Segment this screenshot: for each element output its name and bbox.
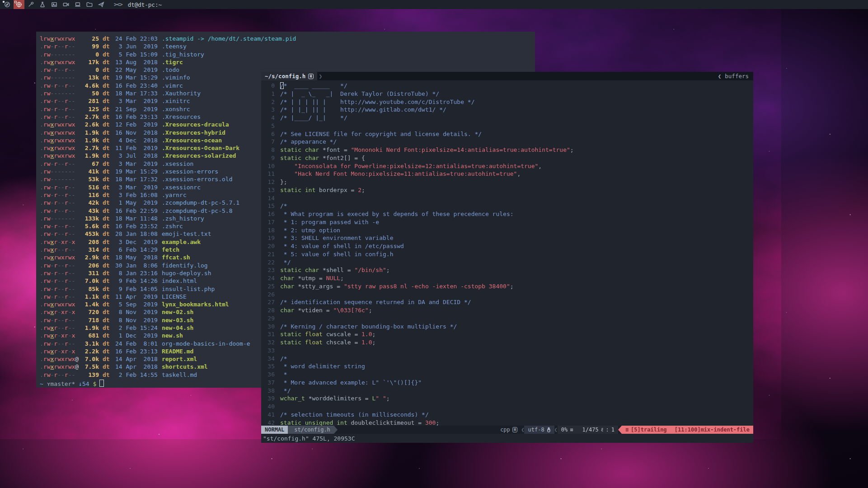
tag-image-icon[interactable] (49, 0, 60, 9)
code-line: 32static float chscale = 1.0; (261, 339, 753, 347)
tab-title: ~/s/config.h (265, 73, 305, 80)
buffers-sep-icon: ❮ (718, 73, 722, 80)
code-line: 4/* |____/ |_| */ (261, 114, 753, 122)
code-line: 13static int borderpx = 2; (261, 187, 753, 195)
code-line: 27/* identification sequence returned in… (261, 299, 753, 307)
code-line: 26 (261, 291, 753, 299)
editor-tabbar: ~/s/config.h H ❯ ❮ buffers (261, 72, 753, 80)
prompt-path: ~ (40, 380, 43, 387)
tag-target-icon[interactable] (14, 0, 24, 9)
buffers-label[interactable]: buffers (725, 73, 749, 80)
mode-indicator: NORMAL (261, 426, 288, 434)
file-row: .rwxrwxrwx17kdt13 Aug 2018.tigrc (40, 59, 535, 66)
scroll-percent: 0% (561, 427, 568, 433)
mixed-indent-warning: [11:100]mix-indent-file (675, 427, 750, 433)
code-line: 18 * 2: utmp option (261, 227, 753, 235)
tag-send-icon[interactable] (96, 0, 107, 9)
tag-laptop-icon[interactable] (72, 0, 83, 9)
powerline-arrow-icon (334, 426, 338, 434)
vim-command-line: "st/config.h" 475L, 20953C (261, 434, 753, 443)
code-line: 38 */ (261, 387, 753, 395)
code-line: 9static char *font2[] = { (261, 155, 753, 163)
linux-penguin-icon (547, 427, 551, 432)
code-area[interactable]: 0/* ____ _____ */1/* | _ \_ _| Derek Tay… (261, 80, 753, 426)
modified-icon: H (308, 74, 313, 79)
code-line: 5 (261, 122, 753, 131)
code-line: 23static char *shell = "/bin/sh"; (261, 267, 753, 275)
tag-dropper-icon[interactable] (25, 0, 36, 9)
code-line: 21 * 5: value of shell in config.h (261, 251, 753, 259)
code-line: 17 * 1: program passed with -e (261, 219, 753, 227)
code-line: 0/* ____ _____ */ (261, 82, 753, 90)
editor-window[interactable]: ~/s/config.h H ❯ ❮ buffers 0/* ____ ____… (261, 72, 753, 443)
position-segment: 0% ≡ 1/475 ℓ : 1 (558, 426, 618, 434)
code-line: 36 * (261, 371, 753, 379)
code-line: 34/* (261, 355, 753, 363)
file-row: .rw-r--r--99dt 3 Jun 2019.teensy (40, 43, 535, 51)
code-line: 33 (261, 347, 753, 355)
code-line: 42static unsigned int doubleclicktimeout… (261, 419, 753, 426)
code-line: 22 */ (261, 259, 753, 267)
code-line: 11 "Hack Nerd Font Mono:pixelsize=11:ant… (261, 170, 753, 178)
vim-cursor: / (280, 82, 284, 89)
tag-compass-icon[interactable] (2, 0, 13, 9)
desktop: ><> dt@dt-pc:~ lrwxrwxrwx25dt24 Feb 22:0… (0, 0, 868, 488)
encoding-segment: utf-8 (524, 426, 554, 434)
code-line: 31static float cwscale = 1.0; (261, 331, 753, 339)
terminal-cursor (99, 380, 104, 387)
code-line: 2/* | | | || | http://www.youtube.com/c/… (261, 99, 753, 107)
trailing-warning: [5]trailing (631, 427, 666, 433)
code-line: 16 * What program is execed by st depend… (261, 211, 753, 219)
statusline: NORMAL st/config.h cpp H ❮ utf-8 ❮ 0% ≡ (261, 426, 753, 434)
code-line: 40 (261, 403, 753, 411)
code-line: 7/* appearance */ (261, 138, 753, 146)
tag-flask-icon[interactable] (37, 0, 48, 9)
tab-arrow-icon: ❯ (319, 73, 323, 80)
code-line: 24char *utmp = NULL; (261, 275, 753, 283)
code-line: 19 * 3: SHELL environment variable (261, 235, 753, 243)
tag-folder-icon[interactable] (84, 0, 95, 9)
warning-segment: ≡[5]trailing [11:100]mix-indent-file (622, 426, 753, 434)
statusline-spacer (338, 426, 497, 434)
code-line: 12}; (261, 178, 753, 187)
prompt-branch: master* (50, 380, 75, 387)
statusline-filename: st/config.h (288, 426, 333, 434)
code-line: 15/* (261, 202, 753, 211)
sep-left-icon: ❮ (554, 426, 558, 434)
code-line: 1/* | _ \_ _| Derek Taylor (DistroTube) … (261, 90, 753, 99)
code-line: 41/* selection timeouts (in milliseconds… (261, 411, 753, 419)
sep-left-icon: ❮ (521, 426, 524, 434)
topbar: ><> dt@dt-pc:~ (0, 0, 868, 9)
code-line: 29 (261, 315, 753, 323)
prompt-behind-count: ↓54 (79, 380, 89, 387)
code-line: 10 "Inconsolata for Powerline:pixelsize=… (261, 163, 753, 171)
prompt-symbol: $ (93, 380, 96, 387)
column-number: 1 (611, 427, 615, 433)
code-line: 39wchar_t *worddelimiters = L" "; (261, 395, 753, 403)
filetype-icon: H (512, 427, 517, 432)
code-line: 28char *vtiden = "\033[?6c"; (261, 307, 753, 315)
warning-icon: ≡ (625, 427, 629, 433)
code-line: 35 * word delimiter string (261, 363, 753, 371)
filetype-segment: cpp H (497, 426, 521, 434)
line-position: 1/475 (582, 427, 599, 433)
code-line: 6/* See LICENSE file for copyright and l… (261, 131, 753, 139)
code-line: 3/* | |_| || | http://www.gitlab.com/dwt… (261, 106, 753, 114)
code-line: 14 (261, 195, 753, 203)
code-line: 37 * More advanced example: L" `'\"()[]{… (261, 379, 753, 387)
shell-glyph: ><> (114, 1, 122, 8)
line-number-icon: ℓ (601, 427, 604, 433)
tag-camera-icon[interactable] (61, 0, 71, 9)
code-line: 20 * 4: value of shell in /etc/passwd (261, 243, 753, 251)
tab-config-h[interactable]: ~/s/config.h H (261, 72, 317, 80)
file-row: .rw-------0dt 5 Feb 15:09.tig_history (40, 51, 535, 59)
lines-icon: ≡ (570, 427, 573, 433)
code-line: 8static char *font = "Mononoki Nerd Font… (261, 146, 753, 155)
code-line: 30/* Kerning / character bounding-box mu… (261, 323, 753, 331)
powerline-arrow-icon (618, 426, 622, 434)
file-row: lrwxrwxrwx25dt24 Feb 22:03.steampid -> /… (40, 35, 535, 43)
code-line: 25char *stty_args = "stty raw pass8 nl -… (261, 283, 753, 291)
window-title: dt@dt-pc:~ (128, 1, 162, 8)
